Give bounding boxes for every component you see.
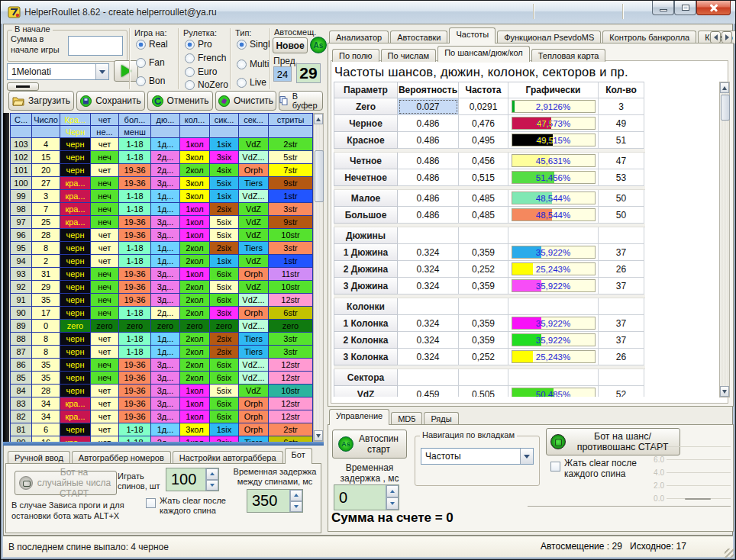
history-cell[interactable]: 1-18 <box>119 333 151 346</box>
history-cell[interactable]: 2кол <box>180 164 210 177</box>
history-cell[interactable]: 3кол <box>180 423 210 436</box>
freq-cell[interactable]: 37 <box>599 244 644 261</box>
history-cell[interactable]: VdZ... <box>239 320 269 333</box>
freq-cell[interactable]: 48,544% <box>508 207 599 224</box>
freq-cell[interactable]: 52 <box>599 386 644 397</box>
freq-cell[interactable] <box>459 369 508 386</box>
freq-cell[interactable]: 50 <box>599 190 644 207</box>
freq-cell[interactable]: 0,456 <box>459 153 508 169</box>
history-cell[interactable]: 19-36 <box>119 397 151 410</box>
freq-param-cell[interactable]: 3 Колонка <box>334 349 398 365</box>
history-cell[interactable]: Tiers <box>239 436 269 442</box>
autospin-button[interactable]: As Автоспин старт <box>332 430 407 459</box>
freq-cell[interactable]: 53 <box>599 169 644 186</box>
freq-cell[interactable]: 47 <box>599 153 644 169</box>
history-cell[interactable]: 5six <box>210 177 239 190</box>
freq-cell[interactable]: 26 <box>599 261 644 278</box>
clear-button[interactable]: Очистить <box>215 91 276 111</box>
freq-cell[interactable]: 0.324 <box>398 278 459 294</box>
freq-cell[interactable] <box>459 227 508 244</box>
freq-cell[interactable]: 0,485 <box>459 190 508 207</box>
history-cell[interactable]: 3д... <box>151 294 180 307</box>
history-cell[interactable]: 11str <box>269 268 313 281</box>
freq-param-cell[interactable]: Нечетное <box>334 169 398 186</box>
history-cell[interactable]: неч <box>91 307 119 320</box>
history-cell[interactable]: 31 <box>32 268 60 281</box>
freq-cell[interactable] <box>459 298 508 315</box>
freq-cell[interactable]: 0,515 <box>459 169 508 186</box>
history-cell[interactable]: Кра... <box>60 114 91 126</box>
history-cell[interactable]: 3кол <box>180 177 210 190</box>
random-bot-button[interactable]: Бот на случайные числа СТАРТ <box>15 471 117 495</box>
history-cell[interactable]: кра... <box>60 436 91 442</box>
history-cell[interactable]: 9str <box>269 216 313 229</box>
history-cell[interactable]: черн <box>60 294 91 307</box>
history-cell[interactable] <box>151 126 180 138</box>
history-cell[interactable]: 2кол <box>180 333 210 346</box>
freq-cell[interactable] <box>599 369 644 386</box>
history-cell[interactable]: 3д... <box>151 385 180 397</box>
history-cell[interactable]: черн <box>60 372 91 385</box>
history-cell[interactable]: 1кол <box>180 203 210 216</box>
history-cell[interactable]: 6six <box>210 268 239 281</box>
history-cell[interactable]: Orph <box>239 268 269 281</box>
freq-cell[interactable]: 47,573%47,573% <box>508 115 599 132</box>
history-cell[interactable]: 4 <box>32 138 60 151</box>
history-cell[interactable]: сик... <box>210 114 239 126</box>
history-cell[interactable]: 5six <box>210 216 239 229</box>
history-cell[interactable]: Orph <box>239 410 269 423</box>
history-cell[interactable]: 8 <box>32 242 60 255</box>
radio-fan[interactable]: Fan <box>136 57 165 68</box>
history-cell[interactable]: zero <box>269 320 313 333</box>
history-cell[interactable]: 3д... <box>151 410 180 423</box>
history-cell[interactable]: VdZ... <box>239 151 269 164</box>
freq-cell[interactable]: 0.027 <box>398 98 459 115</box>
history-cell[interactable]: чет <box>91 410 119 423</box>
left-tab-2[interactable]: Настройки автограббера <box>173 451 283 464</box>
history-cell[interactable]: 1-18 <box>119 138 151 151</box>
history-cell[interactable]: 2кол <box>180 242 210 255</box>
history-cell[interactable]: Orph <box>239 423 269 436</box>
freq-cell[interactable]: 0.486 <box>398 169 459 186</box>
history-cell[interactable] <box>269 126 313 138</box>
history-cell[interactable]: 1six <box>210 255 239 268</box>
history-cell[interactable]: черн <box>60 423 91 436</box>
scroll-up-icon[interactable] <box>314 114 323 124</box>
freq-param-cell[interactable]: Красное <box>334 132 398 149</box>
history-cell[interactable]: 2кол <box>180 346 210 359</box>
radio-euro[interactable]: Euro <box>185 66 217 77</box>
history-cell[interactable]: 83 <box>11 397 32 410</box>
history-cell[interactable]: 4six <box>210 164 239 177</box>
history-cell[interactable]: 1-18 <box>119 151 151 164</box>
history-cell[interactable]: чет <box>91 346 119 359</box>
history-cell[interactable]: 25 <box>32 216 60 229</box>
freq-cell[interactable]: 50 <box>599 207 644 224</box>
history-cell[interactable]: 19-36 <box>119 385 151 397</box>
history-cell[interactable]: 2кол <box>180 294 210 307</box>
history-cell[interactable]: 19-36 <box>119 359 151 372</box>
history-cell[interactable]: 1д... <box>151 423 180 436</box>
history-cell[interactable]: 19-36 <box>119 164 151 177</box>
history-cell[interactable]: 1кол <box>180 216 210 229</box>
history-cell[interactable]: 34 <box>32 410 60 423</box>
history-cell[interactable]: сек... <box>239 114 269 126</box>
spin-up-icon[interactable] <box>206 468 218 480</box>
history-cell[interactable]: Tiers <box>239 333 269 346</box>
history-cell[interactable]: 1str <box>269 190 313 203</box>
radio-multi[interactable]: Multi <box>237 59 269 69</box>
history-cell[interactable]: бол... <box>119 114 151 126</box>
freq-cell[interactable]: 35,922% <box>508 278 599 294</box>
history-cell[interactable]: 28 <box>32 385 60 397</box>
history-cell[interactable]: неч <box>91 151 119 164</box>
scroll-down-icon[interactable] <box>314 430 323 441</box>
history-cell[interactable]: VdZ <box>239 203 269 216</box>
history-cell[interactable]: zero <box>180 320 210 333</box>
freq-cell[interactable]: 35,922% <box>508 332 599 349</box>
freq-param-cell[interactable]: Параметр <box>334 82 398 98</box>
history-cell[interactable]: 34 <box>32 397 60 410</box>
history-cell[interactable]: VdZ <box>239 255 269 268</box>
history-cell[interactable]: черн <box>60 164 91 177</box>
history-cell[interactable]: чет <box>91 423 119 436</box>
history-cell[interactable]: неч <box>91 359 119 372</box>
history-cell[interactable]: 35 <box>32 294 60 307</box>
